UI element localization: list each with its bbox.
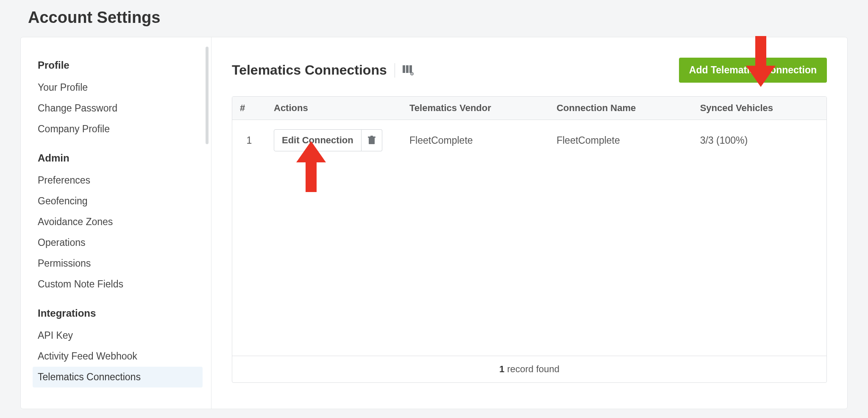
record-text: record found [504,364,559,374]
row-number: 1 [232,120,266,161]
scrollbar-thumb[interactable] [206,47,209,144]
add-telematics-connection-button[interactable]: Add Telematics Connection [679,58,827,83]
col-header-name: Connection Name [549,97,692,120]
svg-rect-0 [403,65,405,73]
table-row: 1 Edit Connection [232,120,826,161]
columns-settings-icon[interactable] [403,65,414,75]
connections-table: # Actions Telematics Vendor Connection N… [232,97,826,382]
sidebar-item-your-profile[interactable]: Your Profile [33,77,203,98]
sidebar-item-change-password[interactable]: Change Password [33,98,203,119]
main-title: Telematics Connections [232,62,387,78]
settings-container: Profile Your Profile Change Password Com… [20,37,848,409]
sidebar-item-api-key[interactable]: API Key [33,325,203,346]
settings-sidebar: Profile Your Profile Change Password Com… [21,37,211,409]
col-header-synced: Synced Vehicles [693,97,826,120]
svg-rect-2 [409,65,412,73]
svg-rect-5 [369,138,375,144]
sidebar-section-profile: Profile [38,59,203,71]
main-header: Telematics Connections Add Telematics Co… [232,58,827,83]
sidebar-section-admin: Admin [38,152,203,164]
sidebar-item-activity-feed-webhook[interactable]: Activity Feed Webhook [33,346,203,367]
sidebar-item-telematics-connections[interactable]: Telematics Connections [33,367,203,387]
col-header-actions: Actions [266,97,402,120]
page-title: Account Settings [0,0,868,37]
svg-rect-7 [370,136,373,137]
row-connection-name: FleetComplete [549,120,692,161]
trash-icon [367,136,376,145]
sidebar-section-integrations: Integrations [38,307,203,319]
svg-rect-1 [406,65,409,73]
svg-point-4 [412,73,412,74]
row-vendor: FleetComplete [402,120,549,161]
col-header-number: # [232,97,266,120]
title-divider [395,63,395,78]
table-footer: 1 record found [232,356,826,382]
main-panel: Telematics Connections Add Telematics Co… [211,37,847,409]
sidebar-item-operations[interactable]: Operations [33,232,203,253]
record-count: 1 [499,364,504,374]
sidebar-item-avoidance-zones[interactable]: Avoidance Zones [33,212,203,232]
sidebar-item-permissions[interactable]: Permissions [33,253,203,274]
sidebar-item-geofencing[interactable]: Geofencing [33,191,203,212]
row-synced-vehicles: 3/3 (100%) [693,120,826,161]
col-header-vendor: Telematics Vendor [402,97,549,120]
sidebar-item-company-profile[interactable]: Company Profile [33,119,203,139]
connections-table-wrap: # Actions Telematics Vendor Connection N… [232,96,827,383]
sidebar-item-preferences[interactable]: Preferences [33,170,203,191]
edit-connection-button[interactable]: Edit Connection [274,129,362,151]
delete-connection-button[interactable] [362,129,382,151]
sidebar-item-custom-note-fields[interactable]: Custom Note Fields [33,274,203,295]
